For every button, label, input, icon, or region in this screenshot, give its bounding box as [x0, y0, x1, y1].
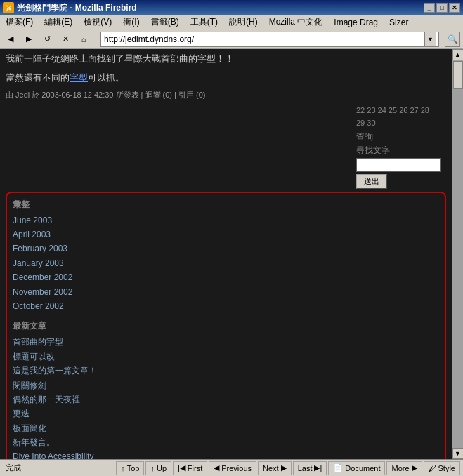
browser-search-button[interactable]: 🔍 [445, 32, 460, 47]
archive-link-feb2003[interactable]: February 2003 [13, 242, 439, 256]
titlebar: ⚔ 光劍格鬥學院 - Mozilla Firebird _ □ ✕ [0, 0, 463, 15]
recent-section-title: 最新文章 [13, 320, 439, 332]
more-button[interactable]: More ▶ [386, 461, 422, 475]
recent-post-3[interactable]: 這是我的第一篇文章！ [13, 364, 439, 378]
menu-go[interactable]: 衝(I) [120, 15, 142, 29]
scrollbar[interactable]: ▲ ▼ [452, 49, 463, 459]
menu-bookmarks[interactable]: 書籤(B) [148, 15, 182, 29]
top-arrow-icon: ↑ [121, 464, 125, 472]
menu-tools[interactable]: 工具(T) [188, 15, 221, 29]
back-button[interactable]: ◀ [3, 32, 18, 47]
url-input[interactable] [104, 34, 424, 44]
article-body-2: 當然還有不同的 [6, 72, 70, 83]
recent-post-4[interactable]: 閉關修劍 [13, 378, 439, 392]
recent-post-9[interactable]: Dive Into Accessibility [13, 449, 439, 459]
article-link-type[interactable]: 字型 [70, 72, 88, 83]
recent-post-6[interactable]: 更迭 [13, 406, 439, 421]
search-submit-button[interactable]: 送出 [356, 174, 387, 189]
first-label: First [188, 464, 202, 472]
home-button[interactable]: ⌂ [76, 32, 91, 47]
url-dropdown[interactable]: ▼ [424, 32, 436, 46]
menu-help[interactable]: 說明(H) [226, 15, 261, 29]
recent-post-8[interactable]: 新年發言。 [13, 435, 439, 449]
top-button[interactable]: ↑ Top [116, 461, 144, 475]
statusbar: 完成 ↑ Top ↑ Up |◀ First ◀ Previous Next ▶… [0, 459, 463, 476]
calendar-widget: 22 23 24 25 26 27 28 29 30 查詢 尋找文字 送出 [356, 106, 441, 189]
cal-row-2: 29 30 [356, 119, 441, 127]
scrollbar-track[interactable] [452, 60, 464, 448]
menu-edit[interactable]: 編輯(E) [41, 15, 75, 29]
menu-image-drag[interactable]: Image Drag [331, 16, 381, 29]
recent-post-5[interactable]: 偶然的那一天夜裡 [13, 392, 439, 406]
archive-section-title: 彙整 [13, 199, 439, 211]
search-input[interactable] [356, 158, 441, 172]
scroll-up-button[interactable]: ▲ [452, 49, 464, 60]
main-area: 我前一陣子從網路上面找到了星際大戰首部曲的字型！！ 當然還有不同的字型可以抓。 … [0, 49, 463, 459]
article-meta-text: 由 Jedi 於 2003-06-18 12:42:30 所發表 | 迴響 (0… [6, 91, 206, 99]
archive-link-june2003[interactable]: June 2003 [13, 213, 439, 227]
minimize-button[interactable]: _ [424, 3, 435, 13]
menu-mozilla-zh[interactable]: Mozilla 中文化 [266, 15, 326, 29]
style-button[interactable]: 🖊 Style [424, 461, 460, 475]
cal-row-1: 22 23 24 25 26 27 28 [356, 106, 441, 114]
toolbar: ◀ ▶ ↺ ✕ ⌂ ▼ 🔍 [0, 29, 463, 49]
status-text: 完成 [3, 463, 115, 473]
article-text-1: 我前一陣子從網路上面找到了星際大戰首部曲的字型！！ [6, 52, 446, 67]
titlebar-left: ⚔ 光劍格鬥學院 - Mozilla Firebird [3, 2, 137, 14]
next-button[interactable]: Next ▶ [258, 461, 292, 475]
recent-post-1[interactable]: 首部曲的字型 [13, 335, 439, 349]
app-icon: ⚔ [3, 2, 14, 13]
document-button[interactable]: 📄 Document [328, 461, 385, 475]
article-meta: 由 Jedi 於 2003-06-18 12:42:30 所發表 | 迴響 (0… [6, 90, 446, 100]
previous-label: Previous [221, 464, 252, 472]
close-button[interactable]: ✕ [449, 3, 460, 13]
up-button[interactable]: ↑ Up [145, 461, 171, 475]
scroll-down-button[interactable]: ▼ [452, 448, 464, 459]
maximize-button[interactable]: □ [436, 3, 448, 13]
stop-button[interactable]: ✕ [58, 32, 73, 47]
archive-link-oct2002[interactable]: October 2002 [13, 299, 439, 313]
document-label: Document [345, 464, 380, 472]
menubar: 檔案(F) 編輯(E) 檢視(V) 衝(I) 書籤(B) 工具(T) 說明(H)… [0, 15, 463, 29]
next-icon: ▶ [281, 463, 287, 472]
recent-post-7[interactable]: 板面簡化 [13, 421, 439, 435]
first-icon: |◀ [178, 463, 185, 472]
archive-link-dec2002[interactable]: December 2002 [13, 270, 439, 284]
titlebar-buttons[interactable]: _ □ ✕ [424, 3, 460, 13]
forward-button[interactable]: ▶ [21, 32, 37, 47]
menu-file[interactable]: 檔案(F) [3, 15, 36, 29]
article-text-2: 當然還有不同的字型可以抓。 [6, 71, 446, 86]
archive-link-nov2002[interactable]: November 2002 [13, 285, 439, 299]
article-body-2-rest: 可以抓。 [88, 72, 124, 83]
prev-icon: ◀ [214, 463, 219, 472]
top-right-widgets: 22 23 24 25 26 27 28 29 30 查詢 尋找文字 送出 [6, 106, 446, 189]
address-bar[interactable]: ▼ [100, 32, 439, 47]
next-label: Next [263, 464, 279, 472]
article-body-1: 我前一陣子從網路上面找到了星際大戰首部曲的字型！！ [6, 53, 234, 64]
divider-1 [13, 313, 439, 320]
top-label: Top [127, 464, 140, 472]
archive-link-april2003[interactable]: April 2003 [13, 227, 439, 242]
window-title: 光劍格鬥學院 - Mozilla Firebird [17, 2, 137, 14]
search-section: 查詢 尋找文字 送出 [356, 131, 441, 189]
search-sublabel: 尋找文字 [356, 145, 441, 157]
menu-view[interactable]: 檢視(V) [81, 15, 115, 29]
style-icon: 🖊 [429, 464, 436, 472]
last-button[interactable]: Last ▶| [293, 461, 327, 475]
scrollbar-thumb[interactable] [453, 61, 463, 89]
sidebar-panel: 彙整 June 2003 April 2003 February 2003 Ja… [6, 192, 446, 459]
menu-sizer[interactable]: Sizer [386, 16, 411, 29]
separator [96, 32, 96, 46]
doc-icon: 📄 [333, 463, 343, 472]
reload-button[interactable]: ↺ [39, 32, 55, 47]
first-button[interactable]: |◀ First [173, 461, 207, 475]
page-content: 我前一陣子從網路上面找到了星際大戰首部曲的字型！！ 當然還有不同的字型可以抓。 … [0, 49, 452, 459]
up-label: Up [157, 464, 167, 472]
more-label: More [391, 464, 409, 472]
last-icon: ▶| [314, 463, 322, 472]
search-label: 查詢 [356, 131, 441, 143]
archive-link-jan2003[interactable]: January 2003 [13, 256, 439, 270]
up-arrow-icon: ↑ [150, 464, 155, 472]
recent-post-2[interactable]: 標題可以改 [13, 350, 439, 364]
previous-button[interactable]: ◀ Previous [209, 461, 256, 475]
